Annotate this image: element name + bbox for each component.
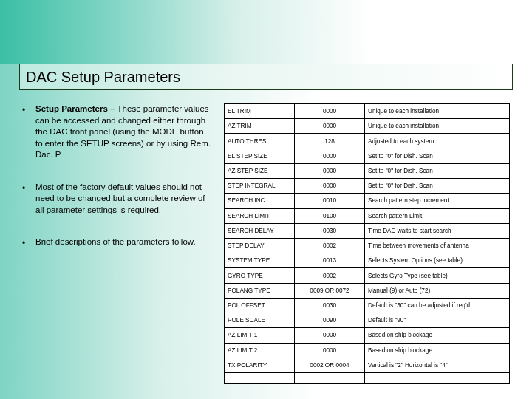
param-desc: Set to "0" for Dish. Scan <box>365 163 510 178</box>
bullet-list: • Setup Parameters – These parameter val… <box>22 103 211 384</box>
param-name: AZ TRIM <box>225 119 295 134</box>
table-row: SYSTEM TYPE0013Selects System Options (s… <box>225 253 510 268</box>
param-name: AZ LIMIT 2 <box>225 343 295 358</box>
param-value: 0000 <box>295 328 365 343</box>
param-name: SYSTEM TYPE <box>225 253 295 268</box>
table-row <box>225 372 510 383</box>
empty-cell <box>365 372 510 383</box>
table-row: SEARCH DELAY0030Time DAC waits to start … <box>225 223 510 238</box>
content-area: • Setup Parameters – These parameter val… <box>22 103 510 384</box>
param-value: 0000 <box>295 104 365 119</box>
param-value: 128 <box>295 134 365 149</box>
list-item: • Most of the factory default values sho… <box>22 182 211 216</box>
table-row: GYRO TYPE0002Selects Gyro Type (see tabl… <box>225 268 510 283</box>
empty-cell <box>295 372 365 383</box>
param-value: 0000 <box>295 149 365 163</box>
param-value: 0090 <box>295 313 365 328</box>
param-name: EL TRIM <box>225 104 295 119</box>
param-value: 0002 <box>295 268 365 283</box>
param-value: 0002 <box>295 238 365 253</box>
param-name: POL OFFSET <box>225 298 295 313</box>
empty-cell <box>225 372 295 383</box>
param-desc: Adjusted to each system <box>365 134 510 149</box>
param-desc: Based on ship blockage <box>365 328 510 343</box>
table-row: AZ STEP SIZE0000Set to "0" for Dish. Sca… <box>225 163 510 178</box>
bullet-text: Brief descriptions of the parameters fol… <box>35 236 211 249</box>
header-band <box>0 0 532 64</box>
param-value: 0030 <box>295 223 365 238</box>
table-row: STEP DELAY0002Time between movements of … <box>225 238 510 253</box>
table-row: AZ LIMIT 10000Based on ship blockage <box>225 328 510 343</box>
param-desc: Selects System Options (see table) <box>365 253 510 268</box>
title-bar: DAC Setup Parameters <box>19 64 513 90</box>
param-name: SEARCH LIMIT <box>225 208 295 223</box>
table-row: POLANG TYPE0009 OR 0072Manual (9) or Aut… <box>225 283 510 298</box>
table-row: AUTO THRES128Adjusted to each system <box>225 134 510 149</box>
bullet-rest: Brief descriptions of the parameters fol… <box>35 237 196 246</box>
table-row: EL STEP SIZE0000Set to "0" for Dish. Sca… <box>225 149 510 163</box>
bullet-text: Setup Parameters – These parameter value… <box>35 103 211 161</box>
param-desc: Time DAC waits to start search <box>365 223 510 238</box>
parameters-table: EL TRIM0000Unique to each installationAZ… <box>224 103 510 384</box>
param-desc: Vertical is "2" Horizontal is "4" <box>365 358 510 372</box>
param-value: 0010 <box>295 194 365 208</box>
bullet-text: Most of the factory default values shoul… <box>35 182 211 216</box>
param-name: STEP DELAY <box>225 238 295 253</box>
param-value: 0009 OR 0072 <box>295 283 365 298</box>
param-name: SEARCH DELAY <box>225 223 295 238</box>
param-desc: Search pattern step increment <box>365 194 510 208</box>
table-row: AZ TRIM0000Unique to each installation <box>225 119 510 134</box>
table-row: SEARCH INC0010Search pattern step increm… <box>225 194 510 208</box>
bullet-rest: Most of the factory default values shoul… <box>35 183 205 214</box>
bullet-icon: • <box>22 182 35 216</box>
param-desc: Default is "30" can be adjusted if req'd <box>365 298 510 313</box>
param-name: STEP INTEGRAL <box>225 179 295 194</box>
param-desc: Set to "0" for Dish. Scan <box>365 149 510 163</box>
param-desc: Selects Gyro Type (see table) <box>365 268 510 283</box>
table-row: EL TRIM0000Unique to each installation <box>225 104 510 119</box>
param-value: 0002 OR 0004 <box>295 358 365 372</box>
param-desc: Manual (9) or Auto (72) <box>365 283 510 298</box>
table-row: AZ LIMIT 20000Based on ship blockage <box>225 343 510 358</box>
param-desc: Default is "90" <box>365 313 510 328</box>
table-row: TX POLARITY0002 OR 0004Vertical is "2" H… <box>225 358 510 372</box>
param-value: 0030 <box>295 298 365 313</box>
bullet-icon: • <box>22 236 35 249</box>
list-item: • Setup Parameters – These parameter val… <box>22 103 211 161</box>
param-name: POLANG TYPE <box>225 283 295 298</box>
param-name: SEARCH INC <box>225 194 295 208</box>
param-name: AUTO THRES <box>225 134 295 149</box>
table-row: SEARCH LIMIT0100Search pattern Limit <box>225 208 510 223</box>
list-item: • Brief descriptions of the parameters f… <box>22 236 211 249</box>
param-desc: Search pattern Limit <box>365 208 510 223</box>
table-row: POL OFFSET0030Default is "30" can be adj… <box>225 298 510 313</box>
param-name: POLE SCALE <box>225 313 295 328</box>
param-value: 0100 <box>295 208 365 223</box>
table-row: POLE SCALE0090Default is "90" <box>225 313 510 328</box>
param-desc: Set to "0" for Dish. Scan <box>365 179 510 194</box>
param-value: 0013 <box>295 253 365 268</box>
page-title: DAC Setup Parameters <box>26 69 180 86</box>
param-value: 0000 <box>295 343 365 358</box>
param-desc: Unique to each installation <box>365 104 510 119</box>
param-name: TX POLARITY <box>225 358 295 372</box>
bullet-icon: • <box>22 103 35 161</box>
param-desc: Based on ship blockage <box>365 343 510 358</box>
param-name: AZ LIMIT 1 <box>225 328 295 343</box>
bullet-strong: Setup Parameters – <box>35 104 117 113</box>
param-value: 0000 <box>295 119 365 134</box>
param-name: GYRO TYPE <box>225 268 295 283</box>
param-desc: Unique to each installation <box>365 119 510 134</box>
param-name: AZ STEP SIZE <box>225 163 295 178</box>
param-value: 0000 <box>295 163 365 178</box>
param-value: 0000 <box>295 179 365 194</box>
param-name: EL STEP SIZE <box>225 149 295 163</box>
param-desc: Time between movements of antenna <box>365 238 510 253</box>
table-row: STEP INTEGRAL0000Set to "0" for Dish. Sc… <box>225 179 510 194</box>
